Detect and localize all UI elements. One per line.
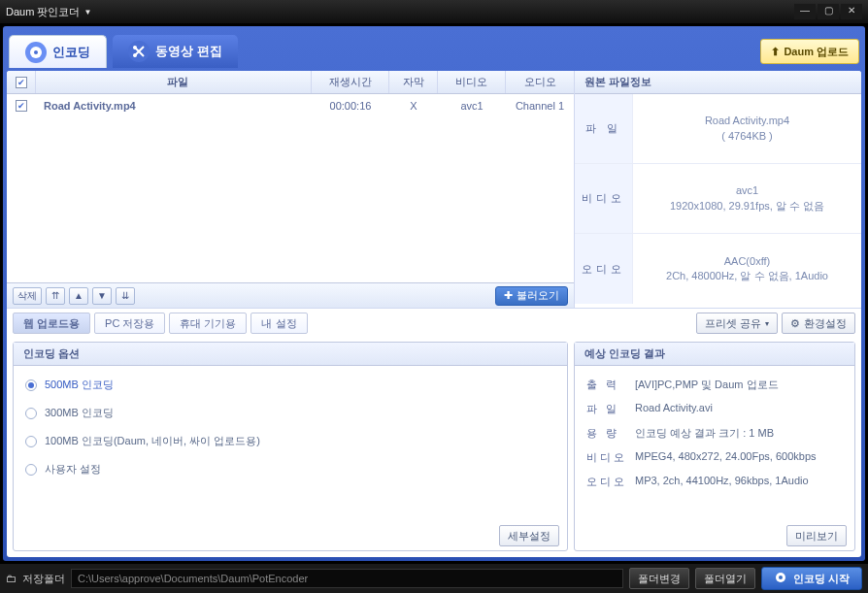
row-duration: 00:00:16 bbox=[312, 100, 389, 112]
detail-settings-button[interactable]: 세부설정 bbox=[499, 525, 559, 546]
close-button[interactable]: ✕ bbox=[841, 4, 862, 19]
subtab-mobile[interactable]: 휴대 기기용 bbox=[169, 313, 247, 334]
maximize-button[interactable]: ▢ bbox=[818, 4, 839, 19]
header-subtitle[interactable]: 자막 bbox=[389, 71, 438, 93]
move-top-button[interactable]: ⇈ bbox=[46, 287, 65, 305]
start-encoding-label: 인코딩 시작 bbox=[793, 572, 850, 586]
radio-icon bbox=[25, 379, 37, 391]
row-filename: Road Activity.mp4 bbox=[36, 100, 312, 112]
result-video-label: 비디오 bbox=[586, 450, 635, 465]
option-100mb-label: 100MB 인코딩(Daum, 네이버, 싸이 업로드용) bbox=[45, 434, 260, 448]
source-info-title: 원본 파일정보 bbox=[575, 71, 861, 94]
encoding-result-panel: 예상 인코딩 결과 출 력[AVI]PC,PMP 및 Daum 업로드 파 일R… bbox=[574, 342, 855, 551]
file-list-header: ✔ 파일 재생시간 자막 비디오 오디오 bbox=[7, 71, 574, 94]
result-output-value: [AVI]PC,PMP 및 Daum 업로드 bbox=[635, 378, 843, 392]
titlebar: Daum 팟인코더 ▼ — ▢ ✕ bbox=[0, 0, 868, 23]
tab-encoding[interactable]: 인코딩 bbox=[9, 35, 107, 68]
encoding-icon bbox=[25, 42, 47, 63]
load-file-label: 불러오기 bbox=[517, 288, 559, 303]
svg-point-1 bbox=[34, 50, 38, 54]
option-300mb[interactable]: 300MB 인코딩 bbox=[25, 406, 555, 420]
upload-icon: ⬆ bbox=[771, 46, 780, 58]
start-encoding-button[interactable]: 인코딩 시작 bbox=[761, 567, 862, 590]
status-bar: 🗀 저장폴더 C:\Users\approve\Documents\Daum\P… bbox=[0, 564, 868, 593]
source-audio-value: AAC(0xff) 2Ch, 48000Hz, 알 수 없음, 1Audio bbox=[633, 234, 861, 304]
result-size-value: 인코딩 예상 결과 크기 : 1 MB bbox=[635, 426, 843, 441]
load-file-button[interactable]: ✚ 불러오기 bbox=[495, 286, 568, 306]
preset-share-label: 프리셋 공유 bbox=[705, 316, 761, 331]
result-video-value: MPEG4, 480x272, 24.00Fps, 600kbps bbox=[635, 450, 843, 465]
minimize-button[interactable]: — bbox=[794, 4, 816, 19]
subtab-pc-save[interactable]: PC 저장용 bbox=[94, 313, 165, 334]
source-info-panel: 원본 파일정보 파 일 Road Activity.mp4 ( 4764KB )… bbox=[575, 71, 861, 308]
header-file[interactable]: 파일 bbox=[36, 71, 312, 93]
option-500mb[interactable]: 500MB 인코딩 bbox=[25, 378, 555, 392]
source-file-label: 파 일 bbox=[575, 94, 633, 163]
save-folder-label: 저장폴더 bbox=[22, 572, 65, 586]
svg-point-5 bbox=[779, 576, 783, 579]
source-video-label: 비디오 bbox=[575, 164, 633, 233]
preview-button[interactable]: 미리보기 bbox=[786, 525, 847, 546]
tab-encoding-label: 인코딩 bbox=[52, 44, 90, 61]
result-file-value: Road Activity.avi bbox=[635, 402, 843, 416]
header-audio[interactable]: 오디오 bbox=[506, 71, 574, 93]
header-checkbox[interactable]: ✔ bbox=[7, 71, 36, 93]
subtab-my-settings[interactable]: 내 설정 bbox=[250, 313, 307, 334]
encoding-icon bbox=[774, 571, 787, 586]
result-audio-label: 오디오 bbox=[586, 475, 635, 489]
change-folder-button[interactable]: 폴더변경 bbox=[629, 568, 689, 589]
option-300mb-label: 300MB 인코딩 bbox=[45, 406, 114, 420]
svg-point-3 bbox=[133, 53, 137, 57]
plus-icon: ✚ bbox=[504, 289, 513, 302]
header-video[interactable]: 비디오 bbox=[438, 71, 506, 93]
file-row[interactable]: ✔ Road Activity.mp4 00:00:16 X avc1 Chan… bbox=[7, 94, 574, 117]
tab-video-edit[interactable]: 동영상 편집 bbox=[113, 35, 238, 68]
open-folder-button[interactable]: 폴더열기 bbox=[695, 568, 755, 589]
radio-icon bbox=[25, 408, 37, 419]
move-down-button[interactable]: ▼ bbox=[92, 287, 112, 305]
source-video-value: avc1 1920x1080, 29.91fps, 알 수 없음 bbox=[633, 164, 861, 233]
radio-icon bbox=[25, 464, 37, 476]
subtab-web-upload[interactable]: 웹 업로드용 bbox=[13, 313, 90, 334]
row-video: avc1 bbox=[438, 100, 506, 112]
file-list: ✔ 파일 재생시간 자막 비디오 오디오 ✔ Road Activity.mp4… bbox=[7, 71, 575, 308]
source-file-value: Road Activity.mp4 ( 4764KB ) bbox=[633, 94, 861, 163]
header-duration[interactable]: 재생시간 bbox=[312, 71, 389, 93]
move-up-button[interactable]: ▲ bbox=[69, 287, 88, 305]
tab-video-edit-label: 동영상 편집 bbox=[155, 43, 222, 60]
result-file-label: 파 일 bbox=[586, 402, 635, 416]
svg-point-2 bbox=[133, 46, 137, 49]
source-audio-label: 오디오 bbox=[575, 234, 633, 304]
encoding-result-title: 예상 인코딩 결과 bbox=[575, 343, 854, 366]
row-subtitle: X bbox=[389, 100, 438, 112]
encoding-options-panel: 인코딩 옵션 500MB 인코딩 300MB 인코딩 100MB 인코딩( bbox=[13, 342, 568, 551]
option-100mb[interactable]: 100MB 인코딩(Daum, 네이버, 싸이 업로드용) bbox=[25, 434, 555, 448]
daum-upload-button[interactable]: ⬆ Daum 업로드 bbox=[760, 39, 859, 64]
scissors-icon bbox=[128, 41, 150, 62]
app-title-text: Daum 팟인코더 bbox=[6, 5, 80, 19]
result-audio-value: MP3, 2ch, 44100Hz, 96kbps, 1Audio bbox=[635, 475, 843, 489]
chevron-down-icon[interactable]: ▼ bbox=[83, 8, 91, 16]
row-audio: Channel 1 bbox=[506, 100, 574, 112]
settings-button[interactable]: ⚙ 환경설정 bbox=[782, 313, 855, 334]
save-path-field[interactable]: C:\Users\approve\Documents\Daum\PotEncod… bbox=[71, 569, 623, 588]
radio-icon bbox=[25, 436, 37, 447]
daum-upload-label: Daum 업로드 bbox=[784, 45, 849, 59]
app-title: Daum 팟인코더 ▼ bbox=[6, 5, 91, 19]
chevron-down-icon: ▾ bbox=[765, 319, 769, 328]
result-size-label: 용 량 bbox=[586, 426, 635, 441]
folder-icon: 🗀 bbox=[6, 573, 17, 584]
row-checkbox[interactable]: ✔ bbox=[7, 100, 36, 112]
preset-share-button[interactable]: 프리셋 공유 ▾ bbox=[696, 313, 778, 334]
settings-label: 환경설정 bbox=[804, 316, 847, 331]
result-output-label: 출 력 bbox=[586, 378, 635, 392]
delete-button[interactable]: 삭제 bbox=[13, 287, 42, 305]
move-bottom-button[interactable]: ⇊ bbox=[116, 287, 135, 305]
option-custom-label: 사용자 설정 bbox=[45, 462, 101, 477]
encoding-options-title: 인코딩 옵션 bbox=[14, 343, 567, 366]
option-500mb-label: 500MB 인코딩 bbox=[45, 378, 114, 392]
option-custom[interactable]: 사용자 설정 bbox=[25, 462, 555, 477]
gear-icon: ⚙ bbox=[790, 317, 800, 330]
